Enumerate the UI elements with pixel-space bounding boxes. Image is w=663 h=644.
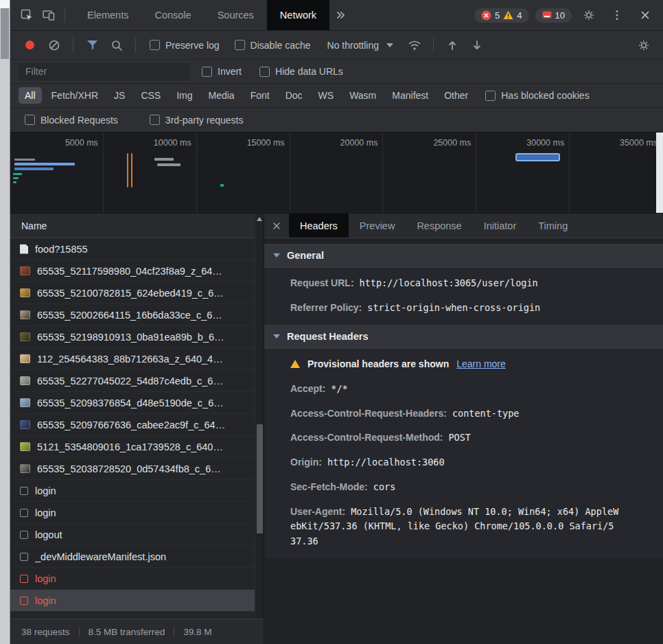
close-details-button[interactable]	[264, 214, 289, 238]
section-header-request-headers[interactable]: Request Headers	[264, 325, 663, 349]
request-row[interactable]: 65535_52100782815_624ebed419_c_6…	[10, 282, 264, 304]
page-scrollbar[interactable]	[0, 0, 10, 644]
console-errors-badge[interactable]: 5 4	[474, 8, 528, 23]
request-row[interactable]: login	[10, 502, 264, 524]
gear-icon	[637, 38, 651, 52]
header-name: Access-Control-Request-Method:	[290, 432, 443, 443]
details-tab-preview[interactable]: Preview	[349, 214, 406, 238]
hide-data-urls-checkbox[interactable]: Hide data URLs	[259, 66, 343, 77]
filter-chip-manifest[interactable]: Manifest	[386, 87, 434, 104]
request-row[interactable]: 65535_52097667636_cabee2ac9f_c_64…	[10, 414, 264, 436]
details-tab-initiator[interactable]: Initiator	[473, 214, 528, 238]
error-icon	[481, 10, 491, 21]
import-har-button[interactable]	[441, 34, 463, 56]
request-row[interactable]: login	[10, 590, 264, 612]
search-button[interactable]	[106, 34, 128, 56]
filter-chip-ws[interactable]: WS	[312, 87, 340, 104]
request-row[interactable]: 65535_52038728520_0d57434fb8_c_6…	[10, 458, 264, 480]
request-row[interactable]: 65535_52198910913_0ba91ea89b_b_6…	[10, 326, 264, 348]
filter-chip-css[interactable]: CSS	[135, 87, 167, 104]
tab-elements[interactable]: Elements	[74, 0, 141, 30]
header-row: Request URL:http://localhost:3065/user/l…	[264, 271, 663, 296]
disable-cache-checkbox[interactable]: Disable cache	[235, 40, 311, 51]
header-row: Origin:http://localhost:3060	[264, 450, 663, 475]
timeline-tick-label: 10000 ms	[154, 138, 191, 148]
record-button[interactable]	[19, 34, 40, 56]
request-row[interactable]: 65535_52117598980_04cf23f8a9_z_64…	[10, 260, 264, 282]
timeline-activity-bar	[14, 163, 75, 165]
image-thumbnail-icon	[20, 420, 30, 429]
devtools-tabbar: ElementsConsoleSourcesNetwork 5 4 10	[10, 0, 663, 31]
request-list-scrollbar[interactable]	[255, 214, 264, 619]
filter-chip-wasm[interactable]: Wasm	[343, 87, 382, 104]
request-row[interactable]: food?15855	[10, 238, 264, 260]
request-row[interactable]: _devMiddlewareManifest.json	[10, 546, 264, 568]
section-header-general[interactable]: General	[264, 244, 663, 268]
details-tab-timing[interactable]: Timing	[527, 214, 579, 238]
request-row[interactable]: 65535_52002664115_16b6da33ce_c_6…	[10, 304, 264, 326]
filter-toggle-button[interactable]	[81, 34, 103, 56]
filter-chip-media[interactable]: Media	[202, 87, 241, 104]
details-tab-headers[interactable]: Headers	[289, 214, 349, 238]
scroll-up-arrow-icon[interactable]	[257, 217, 262, 221]
filter-row: Invert Hide data URLs	[10, 60, 663, 84]
inspect-element-button[interactable]	[16, 4, 38, 26]
network-conditions-button[interactable]	[404, 34, 426, 56]
learn-more-link[interactable]: Learn more	[456, 358, 506, 369]
request-name: logout	[35, 529, 62, 540]
settings-button[interactable]	[578, 4, 600, 26]
image-thumbnail-icon	[20, 266, 30, 275]
device-toolbar-button[interactable]	[38, 4, 60, 26]
page-scrollbar-thumb[interactable]	[1, 8, 9, 59]
details-tabs: HeadersPreviewResponseInitiatorTiming	[289, 214, 579, 238]
scrollbar-thumb[interactable]	[257, 424, 263, 533]
tab-console[interactable]: Console	[141, 0, 204, 30]
filter-chip-all[interactable]: All	[19, 87, 42, 104]
filter-chip-font[interactable]: Font	[244, 87, 276, 104]
request-row[interactable]: 65535_52098376854_d48e5190de_c_6…	[10, 392, 264, 414]
issues-badge[interactable]: 10	[535, 8, 572, 23]
request-row[interactable]: logout	[10, 524, 264, 546]
request-name: 65535_52038728520_0d57434fb8_c_6…	[37, 463, 221, 474]
request-row[interactable]: 65535_52277045022_54d87c4edb_c_6…	[10, 370, 264, 392]
tab-network[interactable]: Network	[267, 0, 329, 30]
request-row[interactable]: 112_254564383_88b712663a_z_640_4…	[10, 348, 264, 370]
close-devtools-button[interactable]	[634, 4, 656, 26]
header-name: Accept:	[290, 383, 325, 394]
details-panel: HeadersPreviewResponseInitiatorTiming Ge…	[264, 214, 663, 644]
preserve-log-checkbox[interactable]: Preserve log	[150, 40, 220, 51]
request-row[interactable]: login	[10, 568, 264, 590]
overview-scrollbar	[656, 133, 663, 213]
filter-chip-other[interactable]: Other	[438, 87, 474, 104]
blocked-requests-checkbox[interactable]: Blocked Requests	[25, 115, 118, 126]
header-value: cors	[373, 481, 396, 492]
request-name: 112_254564383_88b712663a_z_640_4…	[37, 354, 223, 365]
kebab-menu-button[interactable]	[606, 4, 628, 26]
clear-button[interactable]	[43, 34, 65, 56]
header-value: content-type	[452, 408, 520, 419]
filter-chip-js[interactable]: JS	[108, 87, 131, 104]
checkbox-box	[202, 67, 212, 77]
details-tab-response[interactable]: Response	[406, 214, 472, 238]
more-tabs-button[interactable]	[329, 4, 351, 26]
timeline-column: 15000 ms	[197, 133, 290, 213]
chevron-down-icon	[386, 43, 393, 47]
filter-chip-doc[interactable]: Doc	[279, 87, 309, 104]
filter-chip-fetch-xhr[interactable]: Fetch/XHR	[45, 87, 104, 104]
name-column-header[interactable]: Name	[10, 214, 264, 238]
filter-input[interactable]	[19, 63, 190, 80]
has-blocked-cookies-checkbox[interactable]: Has blocked cookies	[485, 90, 589, 101]
image-thumbnail-icon	[20, 442, 30, 451]
filter-chip-img[interactable]: Img	[170, 87, 198, 104]
throttling-value: No throttling	[327, 40, 379, 51]
request-row[interactable]: 5121_5354809016_1ca1739528_c_640…	[10, 436, 264, 458]
close-icon	[271, 220, 282, 231]
third-party-checkbox[interactable]: 3rd-party requests	[150, 115, 244, 126]
timeline-overview[interactable]: 5000 ms10000 ms15000 ms20000 ms25000 ms3…	[10, 133, 663, 214]
invert-checkbox[interactable]: Invert	[202, 66, 242, 77]
export-har-button[interactable]	[466, 34, 488, 56]
network-settings-button[interactable]	[633, 34, 655, 56]
request-row[interactable]: login	[10, 480, 264, 502]
tab-sources[interactable]: Sources	[205, 0, 267, 30]
throttling-select[interactable]: No throttling	[327, 40, 393, 51]
